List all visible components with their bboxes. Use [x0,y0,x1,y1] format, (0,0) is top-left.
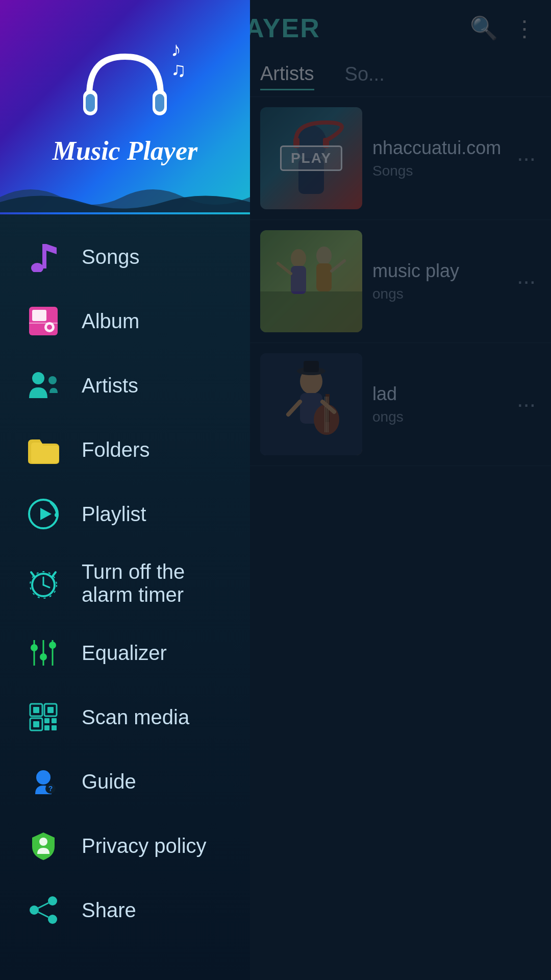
album-card-3[interactable]: lad ongs ··· [245,343,551,466]
privacy-label: Privacy policy [82,835,207,857]
menu-item-share[interactable]: Share [0,878,250,942]
tab-songs[interactable]: So... [345,63,385,89]
album-subtitle-2: ongs [372,286,507,302]
svg-point-41 [55,513,59,517]
menu-item-privacy[interactable]: Privacy policy [0,814,250,878]
svg-point-30 [31,263,43,272]
album-label: Album [82,310,139,333]
equalizer-label: Equalizer [82,642,167,665]
svg-line-44 [43,585,49,587]
svg-rect-57 [47,707,54,713]
svg-text:?: ? [48,785,53,793]
menu-item-alarm[interactable]: Turn off the alarm timer [0,546,250,621]
svg-rect-33 [32,310,46,321]
menu-item-guide[interactable]: ? Guide [0,749,250,814]
svg-rect-31 [42,244,46,268]
menu-item-songs[interactable]: Songs [0,225,250,289]
svg-rect-62 [44,725,49,730]
album-thumbnail-2 [260,230,362,332]
scan-label: Scan media [82,706,189,729]
album-title-2: music play [372,260,507,282]
search-icon[interactable]: 🔍 [470,15,498,41]
svg-point-38 [48,376,57,384]
svg-rect-6 [260,291,362,332]
album-more-icon-2[interactable]: ··· [517,268,536,294]
svg-point-70 [48,915,57,924]
headphone-icon: ♪♫ [79,49,171,126]
svg-point-53 [49,642,56,649]
menu-item-folders[interactable]: Folders [0,418,250,482]
share-icon [26,892,61,928]
svg-rect-13 [260,230,362,291]
menu-item-album[interactable]: Album [0,289,250,353]
songs-icon [26,239,61,275]
album-icon [26,303,61,339]
album-more-icon-1[interactable]: ··· [517,145,536,171]
svg-rect-59 [33,721,39,727]
svg-point-69 [30,905,39,915]
svg-marker-40 [40,508,52,520]
tab-artists[interactable]: Artists [260,63,314,90]
privacy-shield-icon [26,828,61,864]
scan-icon [26,699,61,735]
menu-item-scan[interactable]: Scan media [0,685,250,749]
playlist-label: Playlist [82,503,146,526]
svg-point-51 [31,644,38,651]
artists-label: Artists [82,374,138,397]
svg-rect-55 [33,707,39,713]
menu-item-equalizer[interactable]: Equalizer [0,621,250,685]
svg-line-45 [31,572,34,576]
music-notes-icon: ♪♫ [171,39,186,80]
drawer-menu: Songs Album [0,214,250,980]
svg-point-68 [48,896,57,905]
album-subtitle-1: Songs [372,163,507,179]
wave-decoration [0,182,250,214]
topbar: AYER 🔍 ⋮ [245,0,551,56]
folders-icon [26,432,61,468]
drawer-header: ♪♫ Music Player [0,0,250,214]
album-thumbnail-3 [260,353,362,455]
menu-item-playlist[interactable]: Playlist [0,482,250,546]
svg-rect-60 [44,718,49,723]
artists-icon [26,368,61,403]
svg-rect-17 [304,361,319,372]
svg-line-72 [38,912,48,917]
album-info-2: music play ongs [372,260,507,302]
album-info-1: nhaccuatui.com Songs [372,137,507,179]
guide-label: Guide [82,770,136,793]
play-badge: PLAY [280,145,342,171]
more-menu-icon[interactable]: ⋮ [513,15,536,41]
svg-point-35 [47,325,52,330]
svg-rect-61 [52,718,57,723]
tab-bar: Artists So... [245,56,551,97]
album-thumbnail-1: PLAY [260,107,362,209]
folders-label: Folders [82,438,149,461]
menu-item-artists[interactable]: Artists [0,353,250,418]
svg-point-67 [39,838,47,846]
equalizer-icon [26,635,61,671]
svg-point-64 [36,770,51,785]
app-name-label: Music Player [53,136,198,166]
songs-label: Songs [82,246,139,268]
svg-rect-28 [86,94,95,112]
album-title-1: nhaccuatui.com [372,137,507,159]
album-subtitle-3: ongs [372,409,507,425]
svg-rect-63 [52,725,57,730]
alarm-label: Turn off the alarm timer [82,560,224,606]
svg-point-37 [32,372,44,384]
album-card-2[interactable]: music play ongs ··· [245,220,551,343]
playlist-icon [26,496,61,532]
navigation-drawer: ♪♫ Music Player Songs [0,0,250,980]
album-title-3: lad [372,383,507,405]
album-card-1[interactable]: PLAY nhaccuatui.com Songs ··· [245,97,551,220]
drawer-logo: ♪♫ Music Player [53,49,198,166]
share-label: Share [82,899,136,922]
svg-point-52 [40,653,47,660]
app-title-partial: AYER [245,13,320,43]
album-more-icon-3[interactable]: ··· [517,391,536,417]
album-list: PLAY nhaccuatui.com Songs ··· [245,97,551,980]
alarm-icon [26,566,61,601]
svg-line-46 [53,572,56,576]
guide-icon: ? [26,764,61,799]
svg-line-71 [38,903,48,908]
